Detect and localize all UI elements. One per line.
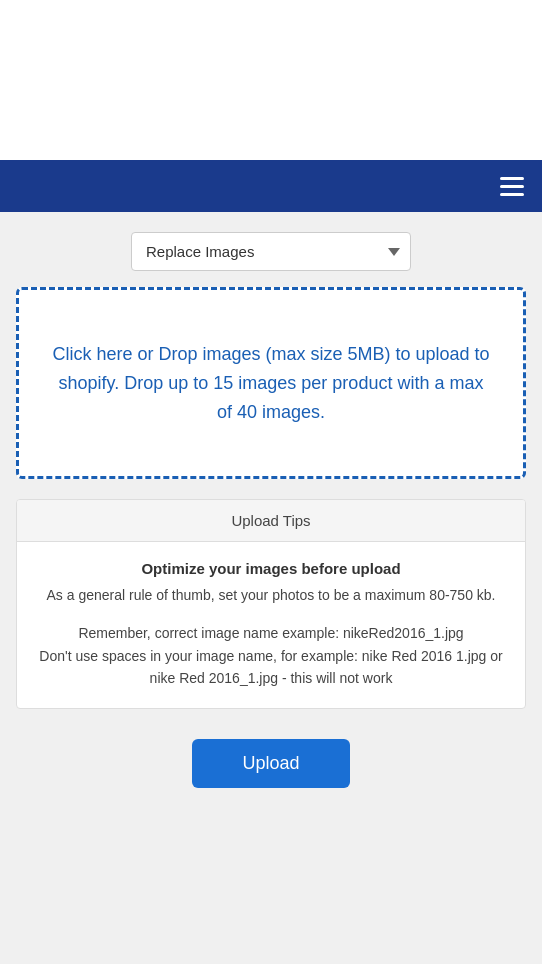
upload-button-container: Upload (16, 739, 526, 788)
tips-text-2: Remember, correct image name example: ni… (37, 622, 505, 689)
upload-tips-header: Upload Tips (17, 500, 525, 542)
tips-text-1: As a general rule of thumb, set your pho… (37, 585, 505, 606)
action-dropdown[interactable]: Replace Images Add Images (131, 232, 411, 271)
tips-title: Optimize your images before upload (37, 560, 505, 577)
main-content: Replace Images Add Images Click here or … (0, 212, 542, 808)
upload-drop-zone[interactable]: Click here or Drop images (max size 5MB)… (16, 287, 526, 479)
dropdown-container: Replace Images Add Images (16, 232, 526, 271)
upload-button[interactable]: Upload (192, 739, 349, 788)
top-white-area (0, 0, 542, 160)
header-bar (0, 160, 542, 212)
upload-tips-section: Upload Tips Optimize your images before … (16, 499, 526, 708)
hamburger-menu-button[interactable] (494, 171, 530, 202)
upload-tips-body: Optimize your images before upload As a … (17, 542, 525, 707)
drop-zone-text: Click here or Drop images (max size 5MB)… (49, 340, 493, 426)
